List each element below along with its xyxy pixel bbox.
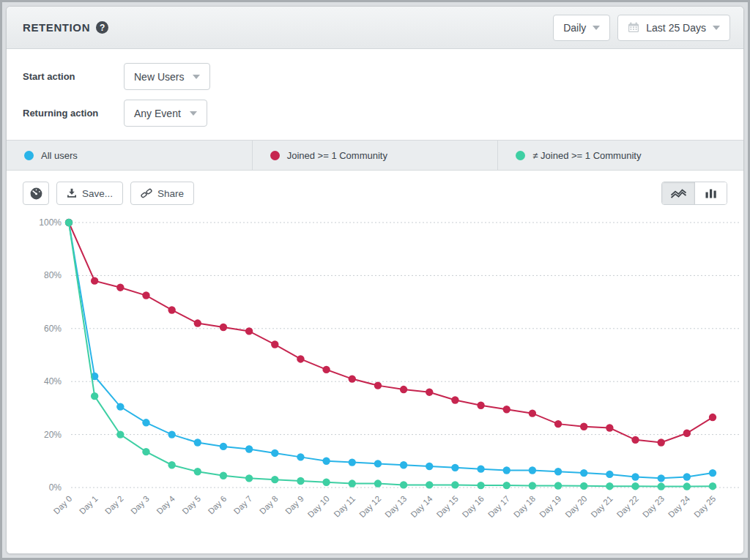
chevron-down-icon [593,26,600,30]
svg-text:Day 8: Day 8 [258,494,280,516]
svg-text:40%: 40% [44,376,62,387]
link-icon [141,187,152,199]
series-dot-red [270,151,280,160]
chart-type-toggle [661,182,727,205]
svg-text:Day 9: Day 9 [283,494,305,516]
svg-text:Day 7: Day 7 [232,494,254,516]
retention-chart: 0%20%40%60%80%100%Day 0Day 1Day 2Day 3Da… [7,208,743,548]
returning-action-row: Returning action Any Event [23,100,727,127]
line-chart-icon [670,187,687,199]
svg-text:Day 5: Day 5 [180,494,202,516]
svg-text:Day 21: Day 21 [590,494,615,519]
svg-text:Day 12: Day 12 [357,494,382,519]
svg-text:Day 15: Day 15 [435,494,460,519]
filters-section: Start action New Users Returning action … [7,49,743,140]
chart-section: Save... Share [7,171,743,553]
svg-text:80%: 80% [44,270,62,280]
save-button[interactable]: Save... [56,182,123,205]
svg-text:Day 3: Day 3 [129,494,151,516]
date-range-value: Last 25 Days [646,22,706,34]
legend-tab-all-users[interactable]: All users [7,141,252,170]
calendar-icon [628,22,639,33]
series-dot-blue [24,151,34,160]
legend-tab-joined-community[interactable]: Joined >= 1 Community [252,141,498,170]
help-icon[interactable]: ? [96,21,108,34]
svg-text:Day 20: Day 20 [563,494,588,519]
svg-text:Day 19: Day 19 [538,494,562,519]
svg-text:Day 25: Day 25 [692,494,717,519]
svg-text:Day 16: Day 16 [461,494,486,519]
svg-text:Day 18: Day 18 [512,494,537,519]
chart-toolbar: Save... Share [7,182,743,205]
svg-text:Day 17: Day 17 [486,494,511,519]
series-dot-teal [516,151,525,160]
start-action-label: Start action [23,71,124,82]
add-to-dashboard-button[interactable] [23,182,49,205]
legend-tab-not-joined-community[interactable]: ≠ Joined >= 1 Community [497,141,743,170]
svg-text:20%: 20% [44,430,62,440]
svg-text:Day 6: Day 6 [207,494,229,516]
returning-action-label: Returning action [23,108,124,119]
svg-text:Day 4: Day 4 [155,494,177,516]
svg-text:Day 2: Day 2 [103,494,125,516]
panel-header: RETENTION ? Daily Last 25 Days [7,7,743,49]
start-action-dropdown[interactable]: New Users [124,63,210,90]
svg-text:60%: 60% [44,324,62,334]
start-action-value: New Users [134,71,184,83]
bar-chart-icon [705,187,717,199]
bar-chart-toggle[interactable] [694,182,727,204]
legend-label: All users [41,150,78,161]
svg-text:Day 22: Day 22 [615,494,640,519]
gauge-icon [29,187,43,201]
chevron-down-icon [193,75,200,79]
chevron-down-icon [713,26,720,30]
share-label: Share [157,188,184,199]
retention-panel: RETENTION ? Daily Last 25 Days [6,6,744,554]
chevron-down-icon [190,111,197,116]
share-button[interactable]: Share [130,182,194,205]
svg-text:100%: 100% [39,217,62,228]
returning-action-dropdown[interactable]: Any Event [124,100,207,127]
svg-text:Day 13: Day 13 [383,494,408,519]
series-legend: All users Joined >= 1 Community ≠ Joined… [7,140,743,171]
retention-line-chart: 0%20%40%60%80%100%Day 0Day 1Day 2Day 3Da… [7,208,745,545]
legend-label: ≠ Joined >= 1 Community [532,150,641,161]
legend-label: Joined >= 1 Community [287,150,387,161]
svg-text:Day 14: Day 14 [409,494,434,520]
svg-text:Day 10: Day 10 [306,494,331,519]
svg-text:Day 1: Day 1 [78,494,100,516]
date-range-dropdown[interactable]: Last 25 Days [617,15,730,41]
svg-text:Day 0: Day 0 [52,494,74,516]
start-action-row: Start action New Users [23,63,727,90]
page-title: RETENTION [23,21,90,34]
svg-text:Day 24: Day 24 [667,494,692,520]
download-icon [67,188,77,198]
save-label: Save... [82,188,113,199]
svg-text:0%: 0% [49,482,62,493]
granularity-value: Daily [563,22,586,34]
svg-text:Day 23: Day 23 [641,494,666,519]
granularity-dropdown[interactable]: Daily [553,15,610,41]
svg-text:Day 11: Day 11 [333,494,357,519]
returning-action-value: Any Event [134,108,181,119]
line-chart-toggle[interactable] [662,182,694,204]
